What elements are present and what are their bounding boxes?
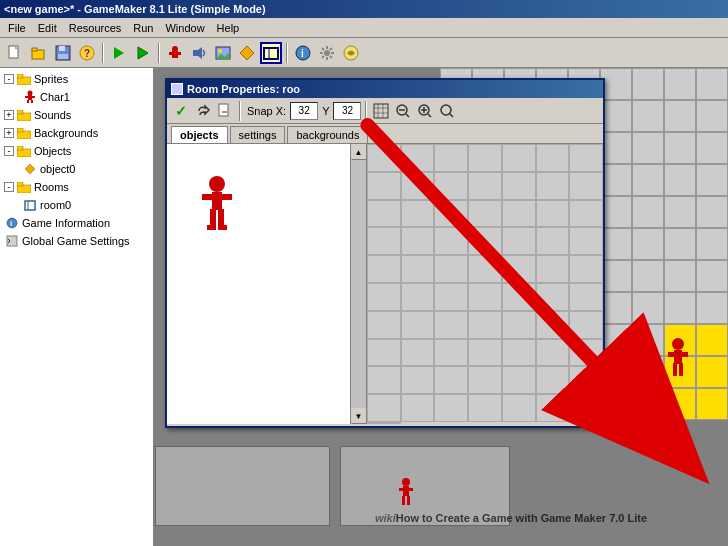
run-button[interactable] <box>108 42 130 64</box>
dialog-toolbar: ✓ Snap X: Y <box>167 98 603 124</box>
grid-cell <box>434 255 468 283</box>
background-button[interactable] <box>212 42 234 64</box>
dialog-content: ▲ ▼ <box>167 144 603 424</box>
menu-run[interactable]: Run <box>127 20 159 36</box>
gc <box>696 164 728 196</box>
grid-cell <box>502 255 536 283</box>
toolbar: ? i <box>0 38 728 68</box>
dialog-ok-btn[interactable]: ✓ <box>171 101 191 121</box>
snap-x-input[interactable] <box>290 102 318 120</box>
tree-game-info[interactable]: i Game Information <box>2 214 151 232</box>
svg-marker-15 <box>193 47 202 59</box>
gc <box>696 196 728 228</box>
dialog-sep2 <box>365 101 367 121</box>
backgrounds-label: Backgrounds <box>34 127 98 139</box>
tab-backgrounds[interactable]: backgrounds <box>287 126 368 143</box>
tree-object0[interactable]: object0 <box>2 160 151 178</box>
grid-cell <box>401 255 435 283</box>
tab-settings[interactable]: settings <box>230 126 286 143</box>
snap-y-label: Y <box>322 105 329 117</box>
snap-y-input[interactable] <box>333 102 361 120</box>
scroll-up-btn[interactable]: ▲ <box>351 144 367 160</box>
gc <box>632 228 664 260</box>
menu-help[interactable]: Help <box>211 20 246 36</box>
svg-rect-3 <box>32 48 37 51</box>
save-button[interactable] <box>52 42 74 64</box>
gc <box>632 68 664 100</box>
tree-backgrounds-folder[interactable]: + Backgrounds <box>2 124 151 142</box>
grid-cell <box>536 200 570 228</box>
sprite-button[interactable] <box>164 42 186 64</box>
small-character <box>396 477 416 515</box>
sprites-expand[interactable]: - <box>4 74 14 84</box>
svg-rect-67 <box>218 209 224 227</box>
objects-scrollbar[interactable]: ▲ ▼ <box>350 144 366 424</box>
svg-rect-46 <box>7 236 17 246</box>
menu-edit[interactable]: Edit <box>32 20 63 36</box>
new-button[interactable] <box>4 42 26 64</box>
svg-point-76 <box>402 478 410 486</box>
object-button[interactable] <box>236 42 258 64</box>
zoom-in-btn[interactable] <box>415 101 435 121</box>
svg-text:i: i <box>10 219 12 228</box>
global-settings-label: Global Game Settings <box>22 235 130 247</box>
tree-sounds-folder[interactable]: + Sounds <box>2 106 151 124</box>
zoom-reset-btn[interactable] <box>437 101 457 121</box>
menu-resources[interactable]: Resources <box>63 20 128 36</box>
menu-file[interactable]: File <box>2 20 32 36</box>
grid-cell <box>468 144 502 172</box>
sounds-label: Sounds <box>34 109 71 121</box>
menu-window[interactable]: Window <box>159 20 210 36</box>
scroll-track[interactable] <box>351 160 367 408</box>
grid-cell <box>536 366 570 394</box>
backgrounds-expand[interactable]: + <box>4 128 14 138</box>
run-debug-button[interactable] <box>132 42 154 64</box>
room-button[interactable] <box>260 42 282 64</box>
dialog-add-btn[interactable] <box>215 101 235 121</box>
grid-cell <box>401 366 435 394</box>
content-area: Room Properties: roo ✓ Snap X: Y <box>155 68 728 546</box>
grid-cell <box>434 283 468 311</box>
info-button[interactable]: i <box>292 42 314 64</box>
svg-rect-79 <box>402 496 405 505</box>
grid-cell <box>401 144 435 172</box>
svg-rect-74 <box>679 363 683 376</box>
sounds-expand[interactable]: + <box>4 110 14 120</box>
svg-rect-66 <box>210 209 216 227</box>
dialog-undo-btn[interactable] <box>193 101 213 121</box>
tree-sprites-folder[interactable]: - Sprites <box>2 70 151 88</box>
rooms-expand[interactable]: - <box>4 182 14 192</box>
tree-global-settings[interactable]: Global Game Settings <box>2 232 151 250</box>
room0-icon <box>22 197 38 213</box>
global-settings-button[interactable] <box>340 42 362 64</box>
gc <box>696 68 728 100</box>
tab-objects[interactable]: objects <box>171 126 228 143</box>
grid-cell <box>468 366 502 394</box>
tree-rooms-folder[interactable]: - Rooms <box>2 178 151 196</box>
objects-expand[interactable]: - <box>4 146 14 156</box>
svg-rect-69 <box>218 225 227 230</box>
grid-cell <box>401 311 435 339</box>
placed-character <box>664 336 692 388</box>
tree-objects-folder[interactable]: - Objects <box>2 142 151 160</box>
help-button[interactable]: ? <box>76 42 98 64</box>
game-info-icon: i <box>4 215 20 231</box>
zoom-out-btn[interactable] <box>393 101 413 121</box>
room-grid[interactable] <box>367 144 603 424</box>
open-button[interactable] <box>28 42 50 64</box>
game-settings-button[interactable] <box>316 42 338 64</box>
room-objects-area[interactable]: ▲ ▼ <box>167 144 367 424</box>
workspace: Room Properties: roo ✓ Snap X: Y <box>155 68 728 546</box>
svg-rect-6 <box>58 54 68 59</box>
tree-char1[interactable]: Char1 <box>2 88 151 106</box>
bottom-strip <box>155 441 728 546</box>
grid-toggle-btn[interactable] <box>371 101 391 121</box>
tree-room0[interactable]: room0 <box>2 196 151 214</box>
grid-cell <box>536 255 570 283</box>
dialog-icon <box>171 83 183 95</box>
svg-rect-36 <box>17 128 23 132</box>
sound-button[interactable] <box>188 42 210 64</box>
dialog-titlebar: Room Properties: roo <box>167 80 603 98</box>
gc <box>696 292 728 324</box>
scroll-down-btn[interactable]: ▼ <box>351 408 367 424</box>
